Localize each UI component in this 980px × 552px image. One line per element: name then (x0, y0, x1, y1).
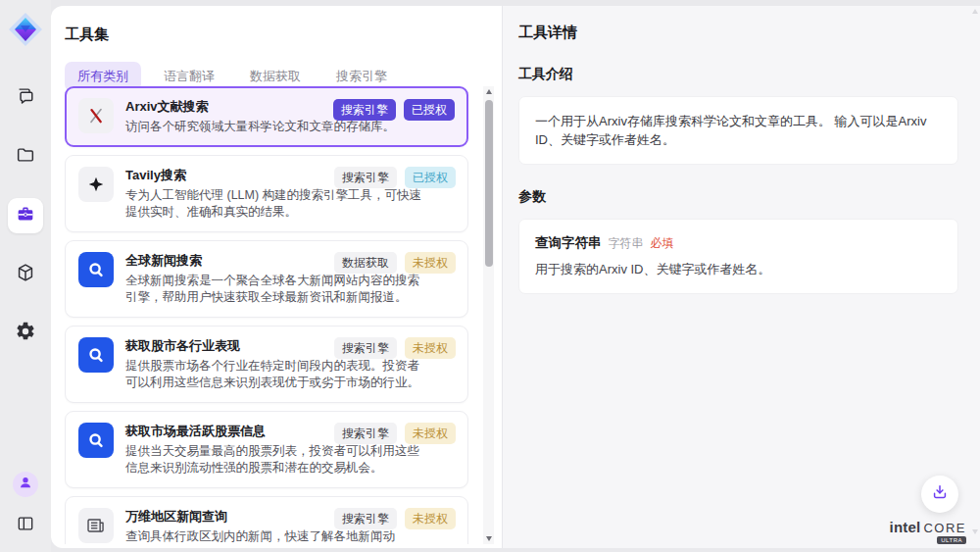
tool-auth-badge: 已授权 (404, 99, 455, 121)
newspaper-icon (78, 508, 114, 543)
app-logo-icon (8, 12, 43, 47)
download-button[interactable] (921, 476, 958, 513)
sidebar-item-plugins[interactable] (8, 257, 43, 292)
intro-card: 一个用于从Arxiv存储库搜索科学论文和文章的工具。 输入可以是Arxiv ID… (518, 96, 958, 165)
param-type: 字符串 (609, 235, 644, 252)
sidebar-item-chat[interactable] (8, 80, 43, 116)
tool-name: Tavily搜索 (125, 167, 302, 184)
sidebar-item-settings[interactable] (8, 316, 43, 351)
param-description: 用于搜索的Arxiv ID、关键字或作者姓名。 (535, 261, 942, 278)
sidebar-nav (8, 80, 43, 351)
tool-card-active-stocks[interactable]: 获取市场最活跃股票信息 提供当天交易量最高的股票列表，投资者可以利用这些信息来识… (65, 411, 468, 488)
params-heading: 参数 (518, 188, 958, 206)
cube-icon (15, 262, 36, 287)
detail-scroll-down-icon[interactable] (972, 529, 978, 534)
scrollbar-thumb[interactable] (485, 100, 493, 267)
scroll-up-icon[interactable] (483, 86, 494, 97)
list-scrollbar[interactable] (483, 86, 494, 544)
core-wordmark: core (923, 521, 966, 535)
detail-title: 工具详情 (518, 24, 958, 42)
tool-name: 获取市场最活跃股票信息 (125, 423, 361, 440)
param-required-flag: 必填 (651, 235, 674, 252)
intel-core-logo: intel core ultra (890, 519, 966, 544)
tool-description: 提供股票市场各个行业在特定时间段内的表现。投资者可以利用这些信息来识别表现优于或… (125, 358, 425, 391)
detail-scroll-up-icon[interactable] (972, 9, 978, 14)
tool-card-regional-news[interactable]: 万维地区新闻查询 查询具体行政区划内的新闻，快速了解各地新闻动 搜索引擎 未授权 (65, 496, 468, 544)
arxiv-logo-icon (78, 98, 114, 133)
tool-name: Arxiv文献搜索 (125, 98, 302, 116)
scroll-down-icon[interactable] (483, 533, 494, 544)
tool-card-sector-performance[interactable]: 获取股市各行业表现 提供股票市场各个行业在特定时间段内的表现。投资者可以利用这些… (65, 326, 468, 403)
intro-text: 一个用于从Arxiv存储库搜索科学论文和文章的工具。 输入可以是Arxiv ID… (535, 112, 942, 149)
tool-name: 获取股市各行业表现 (125, 337, 302, 355)
toolset-panel: 工具集 所有类别 语言翻译 数据获取 搜索引擎 Arxiv文献搜索 访问各 (51, 6, 502, 548)
gear-icon (15, 321, 36, 346)
param-card: 查询字符串 字符串 必填 用于搜索的Arxiv ID、关键字或作者姓名。 (518, 219, 958, 294)
tool-card-global-news[interactable]: 全球新闻搜索 全球新闻搜索是一个聚合全球各大新闻网站内容的搜索引擎，帮助用户快速… (65, 240, 468, 318)
toolset-title: 工具集 (65, 25, 502, 44)
tool-auth-badge: 已授权 (405, 167, 456, 188)
intel-wordmark: intel (890, 519, 921, 535)
ultra-badge: ultra (937, 536, 966, 544)
tool-name: 万维地区新闻查询 (125, 508, 341, 526)
sidebar-item-tools[interactable] (8, 198, 43, 233)
sidebar-bottom (13, 472, 38, 538)
user-avatar[interactable] (13, 472, 38, 497)
tool-auth-badge: 未授权 (405, 252, 456, 274)
user-icon (18, 475, 33, 494)
download-icon (930, 482, 950, 506)
tool-category-badge: 搜索引擎 (333, 99, 396, 121)
sidebar-item-files[interactable] (8, 139, 43, 175)
tool-description: 全球新闻搜索是一个聚合全球各大新闻网站内容的搜索引擎，帮助用户快速获取全球最新资… (125, 273, 425, 306)
tool-name: 全球新闻搜索 (125, 252, 302, 270)
tool-auth-badge: 未授权 (405, 337, 456, 359)
tool-category-badge: 数据获取 (334, 252, 397, 274)
tool-category-badge: 搜索引擎 (334, 167, 397, 188)
search-blue-icon (78, 252, 114, 287)
intro-heading: 工具介绍 (518, 66, 958, 83)
tool-category-badge: 搜索引擎 (334, 337, 397, 359)
tool-description: 访问各个研究领域大量科学论文和文章的存储库。 (125, 119, 425, 135)
tool-auth-badge: 未授权 (405, 508, 456, 529)
panel-layout-icon (16, 514, 35, 537)
tool-description: 专为人工智能代理 (LLM) 构建的搜索引擎工具，可快速提供实时、准确和真实的结… (125, 187, 425, 221)
main-container: 工具集 所有类别 语言翻译 数据获取 搜索引擎 Arxiv文献搜索 访问各 (51, 6, 980, 548)
tool-category-badge: 搜索引擎 (334, 508, 397, 529)
tool-card-arxiv[interactable]: Arxiv文献搜索 访问各个研究领域大量科学论文和文章的存储库。 搜索引擎 已授… (65, 86, 468, 147)
param-name: 查询字符串 (535, 234, 602, 252)
tool-card-tavily[interactable]: Tavily搜索 专为人工智能代理 (LLM) 构建的搜索引擎工具，可快速提供实… (65, 155, 468, 232)
chat-icon (15, 85, 36, 111)
collapse-panel-button[interactable] (13, 513, 38, 538)
tool-description: 查询具体行政区划内的新闻，快速了解各地新闻动 (125, 528, 425, 544)
tool-detail-panel: 工具详情 工具介绍 一个用于从Arxiv存储库搜索科学论文和文章的工具。 输入可… (502, 6, 980, 548)
search-blue-icon (78, 423, 114, 458)
sparkle-icon (78, 167, 114, 202)
tool-list: Arxiv文献搜索 访问各个研究领域大量科学论文和文章的存储库。 搜索引擎 已授… (65, 86, 468, 544)
toolbox-icon (15, 203, 36, 228)
folder-icon (15, 144, 36, 170)
tool-category-badge: 搜索引擎 (334, 423, 397, 444)
tool-description: 提供当天交易量最高的股票列表，投资者可以利用这些信息来识别流动性强的股票和潜在的… (125, 443, 425, 477)
sidebar-rail (0, 0, 51, 552)
tool-auth-badge: 未授权 (405, 423, 456, 444)
search-blue-icon (78, 337, 114, 373)
